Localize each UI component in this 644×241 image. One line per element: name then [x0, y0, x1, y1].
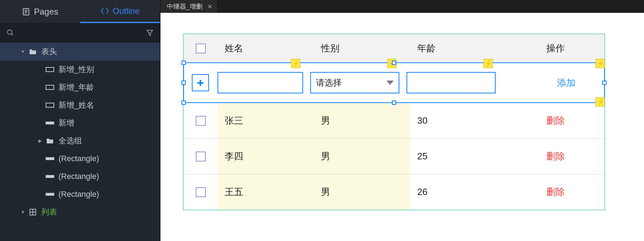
row-checkbox[interactable] — [196, 187, 206, 197]
cell-age: 26 — [410, 186, 506, 198]
svg-line-5 — [11, 34, 13, 35]
tab-pages-label: Pages — [34, 7, 58, 17]
resize-handle[interactable] — [182, 101, 186, 105]
folder-icon — [45, 138, 55, 144]
resize-handle[interactable] — [182, 61, 186, 65]
table-body: 张三男30删除李四男25删除王五男26删除 — [184, 103, 604, 210]
cell-name: 李四 — [218, 139, 314, 174]
table-row[interactable]: 王五男26删除 — [184, 174, 604, 210]
left-panel: Pages Outline ▼ 表头 新增_性别 — [0, 0, 160, 241]
tree-node-label: 新增_年龄 — [58, 82, 94, 93]
canvas[interactable]: 姓名 性别 年龄 操作 ⚡ ⚡ ⚡ ⚡ ⚡ + 请选择 — [160, 13, 644, 241]
tree-node-label: 新增_姓名 — [58, 100, 94, 111]
tree-node-add-age[interactable]: 新增_年龄 — [0, 78, 160, 96]
tree-node-repeater[interactable]: ▼ 列表 — [0, 203, 160, 221]
tree-node-label: 表头 — [41, 46, 57, 57]
bar-icon — [45, 122, 55, 124]
sex-select[interactable]: 请选择 — [310, 72, 399, 93]
header-sex: 性别 — [314, 42, 410, 55]
document-tab[interactable]: 中继器_增删 ✕ — [160, 0, 218, 13]
lightning-icon[interactable]: ⚡ — [484, 59, 493, 68]
cell-name: 王五 — [218, 174, 314, 210]
delete-link[interactable]: 删除 — [506, 114, 604, 127]
cell-sex: 男 — [314, 139, 410, 174]
tab-outline[interactable]: Outline — [80, 0, 160, 23]
add-row: + 请选择 添加 — [188, 68, 600, 97]
header-name: 姓名 — [218, 42, 314, 55]
table-header: 姓名 性别 年龄 操作 — [184, 34, 604, 63]
row-checkbox[interactable] — [196, 116, 206, 126]
chevron-right-icon[interactable]: ▶ — [37, 138, 43, 143]
sex-select-placeholder: 请选择 — [316, 77, 342, 88]
checkbox-select-all[interactable] — [196, 43, 206, 53]
tab-pages[interactable]: Pages — [0, 0, 80, 23]
resize-handle[interactable] — [602, 81, 607, 85]
tree-node-rect1[interactable]: (Rectangle) — [0, 150, 160, 168]
add-row-selection[interactable]: ⚡ ⚡ ⚡ ⚡ ⚡ + 请选择 添加 — [183, 62, 605, 103]
rectangle-icon — [45, 67, 55, 72]
resize-handle[interactable] — [392, 61, 396, 65]
grid-icon — [28, 208, 38, 216]
tree-node-selectall-group[interactable]: ▶ 全选组 — [0, 132, 160, 150]
tree-node-label: 全选组 — [58, 135, 82, 146]
pages-icon — [22, 7, 30, 16]
tree-node-label: 新增 — [58, 118, 74, 128]
document-tab-title: 中继器_增删 — [167, 2, 203, 11]
outline-toolbar — [0, 24, 160, 42]
tab-outline-label: Outline — [113, 6, 140, 16]
add-link[interactable]: 添加 — [557, 77, 576, 89]
chevron-down-icon[interactable]: ▼ — [20, 210, 26, 215]
artboard-table[interactable]: 姓名 性别 年龄 操作 ⚡ ⚡ ⚡ ⚡ ⚡ + 请选择 — [184, 34, 604, 210]
lightning-icon[interactable]: ⚡ — [596, 97, 605, 107]
header-op: 操作 — [506, 42, 604, 55]
table-row[interactable]: 李四男25删除 — [184, 138, 604, 174]
delete-link[interactable]: 删除 — [506, 186, 604, 198]
delete-link[interactable]: 删除 — [506, 150, 604, 163]
svg-marker-6 — [147, 30, 153, 35]
bar-icon — [45, 175, 55, 178]
bar-icon — [45, 193, 55, 196]
tree-node-header-group[interactable]: ▼ 表头 — [0, 43, 160, 61]
tree-node-add-name[interactable]: 新增_姓名 — [0, 96, 160, 114]
cell-sex: 男 — [314, 103, 410, 138]
cell-name: 张三 — [218, 103, 314, 138]
panel-tabs: Pages Outline — [0, 0, 160, 24]
cell-sex: 男 — [314, 174, 410, 210]
filter-icon[interactable] — [146, 29, 154, 37]
document-tab-bar: 中继器_增删 ✕ — [160, 0, 644, 13]
lightning-icon[interactable]: ⚡ — [291, 59, 300, 68]
cell-age: 25 — [410, 151, 506, 162]
table-row[interactable]: 张三男30删除 — [184, 103, 604, 138]
chevron-down-icon — [387, 81, 394, 85]
row-checkbox[interactable] — [196, 152, 206, 161]
search-icon[interactable] — [6, 29, 14, 37]
chevron-down-icon[interactable]: ▼ — [20, 49, 26, 54]
resize-handle[interactable] — [182, 81, 186, 85]
header-age: 年龄 — [410, 42, 506, 55]
tree-node-add-button[interactable]: 新增 — [0, 114, 160, 132]
lightning-icon[interactable]: ⚡ — [596, 59, 605, 68]
tree-node-label: (Rectangle) — [58, 190, 99, 199]
close-icon[interactable]: ✕ — [208, 3, 212, 10]
tree-node-label: (Rectangle) — [58, 154, 99, 163]
cell-age: 30 — [410, 115, 506, 126]
rectangle-icon — [45, 85, 55, 90]
age-input[interactable] — [407, 72, 496, 93]
tree-node-rect3[interactable]: (Rectangle) — [0, 185, 160, 203]
outline-icon — [101, 7, 109, 15]
svg-point-4 — [7, 30, 12, 34]
name-input[interactable] — [218, 72, 303, 93]
tree-node-label: (Rectangle) — [58, 172, 99, 181]
tree-node-label: 新增_性别 — [58, 64, 94, 75]
folder-icon — [28, 48, 38, 55]
tree-node-add-sex[interactable]: 新增_性别 — [0, 61, 160, 78]
resize-handle[interactable] — [392, 101, 396, 105]
tree-node-label: 列表 — [41, 207, 57, 217]
bar-icon — [45, 157, 55, 160]
plus-button[interactable]: + — [192, 74, 209, 91]
rectangle-icon — [45, 103, 55, 108]
outline-tree: ▼ 表头 新增_性别 新增_年龄 新增_姓名 新增 ▶ — [0, 42, 160, 241]
tree-node-rect2[interactable]: (Rectangle) — [0, 168, 160, 185]
